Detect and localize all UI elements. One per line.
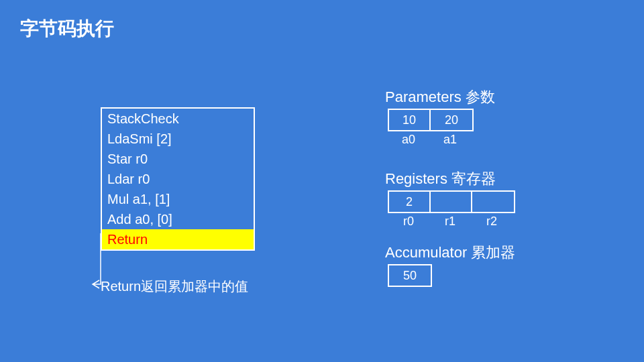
reg-name: r1 [429,215,471,229]
param-cell: 10 [389,110,431,130]
bytecode-line-current: Return [102,229,254,249]
acc-cell: 50 [389,265,431,286]
explanation-text: Return返回累加器中的值 [101,278,255,295]
reg-cell [431,192,472,212]
bytecode-line: Add a0, [0] [102,209,254,229]
reg-cell [472,192,514,212]
bytecode-line: Mul a1, [1] [102,189,254,209]
bytecode-list: StackCheck LdaSmi [2] Star r0 Ldar r0 Mu… [101,107,255,251]
reg-name: r0 [388,215,429,229]
slide-title: 字节码执行 [20,16,114,42]
param-name: a1 [429,133,471,147]
bytecode-line: LdaSmi [2] [102,129,254,149]
bytecode-line: StackCheck [102,109,254,129]
param-name: a0 [388,133,429,147]
parameters-label: Parameters 参数 [385,87,495,107]
bytecode-line: Star r0 [102,149,254,169]
registers-names: r0 r1 r2 [388,215,513,229]
accumulator-cells: 50 [388,264,432,287]
parameters-names: a0 a1 [388,133,471,147]
registers-label: Registers 寄存器 [385,169,496,189]
bytecode-line: Ldar r0 [102,169,254,189]
reg-cell: 2 [389,192,431,212]
accumulator-label: Accumulator 累加器 [385,243,515,263]
parameters-cells: 10 20 [388,109,474,131]
param-cell: 20 [431,110,472,130]
registers-cells: 2 [388,190,515,213]
reg-name: r2 [471,215,513,229]
